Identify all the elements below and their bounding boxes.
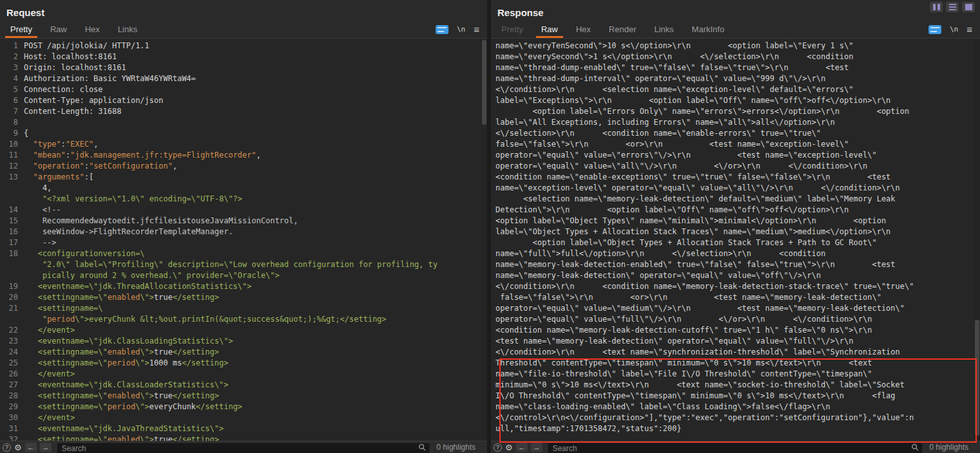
request-code-line: 29 <settingname=\"period\">everyChunk</s… bbox=[4, 402, 487, 412]
response-code-line: name=\"memory-leak-detection-enabled\" t… bbox=[495, 259, 980, 270]
tab-links[interactable]: Links bbox=[109, 21, 146, 38]
single-layout-icon[interactable] bbox=[962, 2, 975, 12]
search-highlights-count: 0 highlights bbox=[929, 443, 968, 452]
response-code-line: <\/condition>\r\n <selection name=\"exce… bbox=[495, 84, 980, 95]
request-code-line: 28 <settingname=\"enabled\">true</settin… bbox=[4, 391, 487, 402]
request-code-line: 5Connection: close bbox=[4, 84, 487, 95]
response-editor[interactable]: name=\"everyTenSecond\">10 s<\/option>\r… bbox=[491, 39, 980, 441]
response-code-line: <option label=\"Object Types\" name=\"mi… bbox=[495, 216, 980, 226]
tab-pretty[interactable]: Pretty bbox=[1, 21, 41, 38]
newline-toggle-icon[interactable]: \n bbox=[950, 25, 958, 33]
search-next-button[interactable]: → bbox=[40, 443, 51, 452]
tab-raw[interactable]: Raw bbox=[532, 21, 567, 38]
response-scrollbar[interactable] bbox=[974, 39, 980, 441]
columns-layout-icon[interactable] bbox=[930, 2, 943, 12]
response-code-line: <\/condition>\r\n <condition name=\"memo… bbox=[495, 281, 980, 292]
request-code-line: 16 seeWindow->FlightRecorderTemplateMana… bbox=[4, 226, 487, 237]
request-code-line: 2Host: localhost:8161 bbox=[4, 51, 487, 62]
response-code-line: operator=\"equal\" value=\"all\"\/>\r\n … bbox=[495, 161, 980, 172]
search-help-icon[interactable]: ? bbox=[494, 443, 502, 452]
response-code-line: <selection name=\"memory-leak-detection\… bbox=[495, 194, 980, 205]
tab-raw[interactable]: Raw bbox=[41, 21, 76, 38]
syntax-highlight-icon[interactable] bbox=[929, 25, 941, 34]
request-code-line: 17 --> bbox=[4, 237, 487, 248]
request-editor[interactable]: 1POST /api/jolokia/ HTTP/1.12Host: local… bbox=[0, 39, 487, 441]
editor-menu-icon[interactable]: ≡ bbox=[966, 24, 972, 34]
response-code-line: name=\"file-io-threshold\" label=\"File … bbox=[495, 369, 980, 380]
response-code-line: <\/selection>\r\n <condition name=\"enab… bbox=[495, 128, 980, 139]
request-scrollbar[interactable] bbox=[481, 39, 487, 441]
search-input[interactable] bbox=[548, 443, 923, 453]
request-searchbar: ? ⚙ ← → 0 highlights bbox=[0, 441, 487, 453]
message-editor-window: Request PrettyRawHexLinks \n ≡ 1POST /ap… bbox=[0, 0, 980, 453]
request-code-line: 15 Recommendedwaytoedit.jfcfilesistouseJ… bbox=[4, 216, 487, 226]
request-code-line: 10 "type":"EXEC", bbox=[4, 139, 487, 150]
tab-render[interactable]: Render bbox=[600, 21, 645, 38]
request-code-line: 30 </event> bbox=[4, 412, 487, 423]
request-code-line: 4, bbox=[4, 183, 487, 194]
newline-toggle-icon[interactable]: \n bbox=[457, 25, 465, 33]
search-input[interactable] bbox=[57, 443, 430, 453]
response-code-line: <condition name=\"enable-exceptions\" tr… bbox=[495, 172, 980, 183]
search-highlights-count: 0 highlights bbox=[436, 443, 476, 452]
response-code: name=\"everyTenSecond\">10 s<\/option>\r… bbox=[495, 41, 980, 434]
request-code-line: 4Authorization: Basic YWRtaW46YWRtaW4= bbox=[4, 73, 487, 84]
response-code-line: ull,"timestamp":1701358472,"status":200} bbox=[495, 423, 980, 434]
response-code-line: name=\"memory-leak-detection\" operator=… bbox=[495, 270, 980, 281]
request-code-line: 8 bbox=[4, 117, 487, 128]
search-help-icon[interactable]: ? bbox=[3, 443, 11, 452]
response-code-line: false=\"false\">\r\n <or>\r\n <test name… bbox=[495, 292, 980, 303]
response-code-line: <\/control>\r\n<\/configuration>"],"type… bbox=[495, 412, 980, 423]
tab-pretty[interactable]: Pretty bbox=[492, 21, 532, 38]
search-settings-gear-icon[interactable]: ⚙ bbox=[505, 443, 513, 452]
response-code-line: <\/condition>\r\n <text name=\"synchroni… bbox=[495, 347, 980, 358]
tab-links[interactable]: Links bbox=[645, 21, 683, 38]
request-code-line: 27 <eventname=\"jdk.ClassLoaderStatistic… bbox=[4, 380, 487, 391]
response-code-line: name=\"class-loading-enabled\" label=\"C… bbox=[495, 402, 980, 412]
search-next-button[interactable]: → bbox=[531, 443, 542, 452]
request-panel: Request PrettyRawHexLinks \n ≡ 1POST /ap… bbox=[0, 0, 487, 453]
response-code-line: Detection\">\r\n <option label=\"Off\" n… bbox=[495, 205, 980, 216]
response-code-line: label=\"Exceptions\">\r\n <option label=… bbox=[495, 95, 980, 106]
request-code-line: 25 <settingname=\"period\">1000 ms</sett… bbox=[4, 358, 487, 369]
request-code-line: 31 <eventname=\"jdk.JavaThreadStatistics… bbox=[4, 423, 487, 434]
response-code-line: <option label=\"Errors Only\" name=\"err… bbox=[495, 106, 980, 117]
response-tabbar: PrettyRawHexRenderLinksMarkInfo \n ≡ bbox=[491, 21, 980, 39]
request-code-line: 18 <configurationversion=\ bbox=[4, 248, 487, 259]
request-code-line: 14 <!-- bbox=[4, 205, 487, 216]
response-code-line: operator=\"equal\" value=\"full\"\/>\r\n… bbox=[495, 314, 980, 325]
layout-buttons bbox=[930, 2, 975, 12]
request-code-line: 11 "mbean":"jdk.management.jfr:type=Flig… bbox=[4, 150, 487, 161]
request-panel-title: Request bbox=[0, 0, 487, 21]
syntax-highlight-icon[interactable] bbox=[436, 25, 448, 34]
tab-hex[interactable]: Hex bbox=[76, 21, 109, 38]
search-magnifier-icon bbox=[418, 443, 426, 451]
response-searchbar: ? ⚙ ← → 0 highlights bbox=[491, 441, 980, 453]
search-magnifier-icon bbox=[911, 443, 919, 451]
request-code-line: 23 <eventname=\"jdk.ClassLoadingStatisti… bbox=[4, 336, 487, 347]
response-panel: Response PrettyRawHexRenderLinksMarkInfo… bbox=[491, 0, 980, 453]
request-tabs: PrettyRawHexLinks bbox=[1, 21, 146, 38]
response-code-line: I\/O Threshold\" contentType=\"timespan\… bbox=[495, 391, 980, 402]
tab-markinfo[interactable]: MarkInfo bbox=[683, 21, 734, 38]
tab-hex[interactable]: Hex bbox=[567, 21, 600, 38]
request-code-line: 20 <settingname=\"enabled\">true</settin… bbox=[4, 292, 487, 303]
editor-menu-icon[interactable]: ≡ bbox=[474, 24, 479, 34]
request-code-line: 9{ bbox=[4, 128, 487, 139]
rows-layout-icon[interactable] bbox=[946, 2, 959, 12]
search-settings-gear-icon[interactable]: ⚙ bbox=[14, 443, 22, 452]
search-prev-button[interactable]: ← bbox=[25, 443, 37, 452]
response-code-line: name=\"thread-dump-interval\" operator=\… bbox=[495, 73, 980, 84]
response-code-line: minimum=\"0 s\">10 ms<\/text>\r\n <text … bbox=[495, 380, 980, 391]
response-code-line: <condition name=\"memory-leak-detection-… bbox=[495, 325, 980, 336]
response-scrollbar-thumb[interactable] bbox=[975, 320, 979, 436]
search-field-wrap bbox=[57, 442, 430, 452]
request-code: 1POST /api/jolokia/ HTTP/1.12Host: local… bbox=[4, 41, 487, 441]
request-code-line: 12 "operation":"setConfiguration", bbox=[4, 161, 487, 172]
search-field-wrap bbox=[548, 442, 923, 452]
request-scrollbar-thumb[interactable] bbox=[482, 40, 486, 125]
search-prev-button[interactable]: ← bbox=[516, 443, 528, 452]
response-code-line: name=\"everyTenSecond\">10 s<\/option>\r… bbox=[495, 41, 980, 51]
request-tabbar: PrettyRawHexLinks \n ≡ bbox=[0, 21, 487, 39]
request-code-line: "2.0\" label=\"Profiling\" description=\… bbox=[4, 259, 487, 270]
